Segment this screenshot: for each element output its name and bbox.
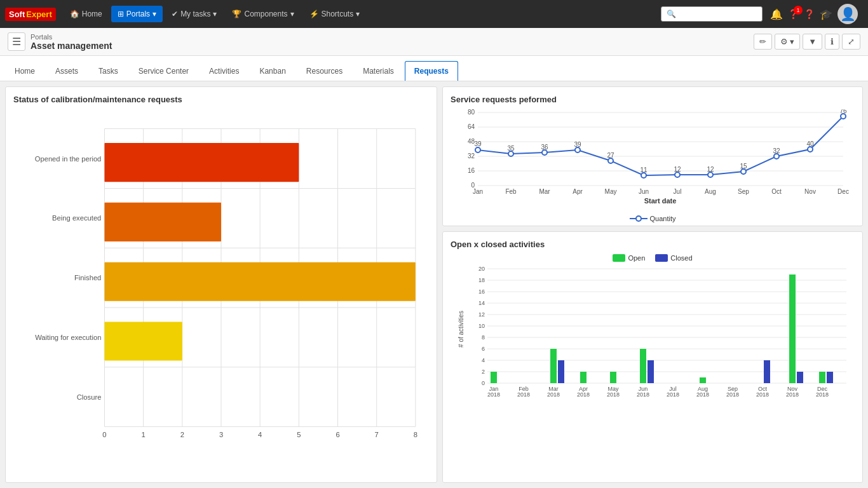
breadcrumb-parent: Portals <box>31 33 112 41</box>
tab-materials[interactable]: Materials <box>353 61 403 81</box>
svg-text:Mar: Mar <box>539 188 550 195</box>
alert-badge: 1 <box>794 6 803 15</box>
breadcrumb-title: Asset management <box>31 41 112 51</box>
svg-rect-113 <box>648 360 654 383</box>
svg-text:Opened in the period: Opened in the period <box>35 155 102 163</box>
filter-button[interactable]: ▼ <box>803 34 822 50</box>
notifications-button[interactable]: 🔔 <box>770 8 783 20</box>
expand-button[interactable]: ⤢ <box>842 34 860 50</box>
svg-text:12: 12 <box>478 311 485 318</box>
svg-text:36: 36 <box>541 144 548 151</box>
svg-text:14: 14 <box>478 300 485 306</box>
svg-text:76: 76 <box>839 109 847 114</box>
svg-text:2: 2 <box>482 369 485 375</box>
edit-button[interactable]: ✏ <box>754 34 772 50</box>
legend-quantity-label: Quantity <box>650 215 676 222</box>
svg-text:32: 32 <box>773 147 780 154</box>
svg-text:Jan: Jan <box>473 188 483 195</box>
svg-text:Nov: Nov <box>804 188 816 195</box>
svg-rect-114 <box>700 377 706 383</box>
user-avatar[interactable]: 👤 <box>837 4 858 24</box>
svg-text:12: 12 <box>707 166 714 173</box>
logo-expert: Expert <box>26 10 51 19</box>
line-chart-legend: Quantity <box>451 214 855 223</box>
nav-shortcuts-label: Shortcuts <box>322 10 354 18</box>
tab-resources[interactable]: Resources <box>297 61 352 81</box>
breadcrumb: Portals Asset management <box>31 33 112 51</box>
svg-text:16: 16 <box>478 288 485 295</box>
svg-text:Finished: Finished <box>74 274 101 281</box>
nav-shortcuts[interactable]: ⚡ Shortcuts ▾ <box>303 6 367 22</box>
grouped-bar-chart-card: Open x closed activities Open Closed .gb… <box>442 231 863 483</box>
search-input[interactable] <box>679 10 757 18</box>
portals-chevron-icon: ▾ <box>153 10 156 18</box>
svg-text:39: 39 <box>474 140 482 147</box>
tab-requests[interactable]: Requests <box>405 61 458 81</box>
alerts-button[interactable]: ❓ 1 <box>788 8 799 20</box>
settings-button[interactable]: ⚙ ▾ <box>775 34 801 50</box>
help-button[interactable]: ❓ <box>804 8 815 20</box>
svg-text:2018: 2018 <box>637 391 649 398</box>
tab-kanban[interactable]: Kanban <box>250 61 295 81</box>
svg-text:2: 2 <box>180 431 184 438</box>
search-box[interactable]: 🔍 <box>661 6 763 22</box>
svg-text:18: 18 <box>478 277 485 283</box>
tab-service-center[interactable]: Service Center <box>129 61 198 81</box>
nav-home[interactable]: 🏠 Home <box>64 6 109 22</box>
svg-text:2018: 2018 <box>756 391 769 398</box>
trophy-icon: 🏆 <box>232 10 241 18</box>
svg-text:6: 6 <box>336 431 339 438</box>
svg-text:2018: 2018 <box>816 391 829 398</box>
info-button[interactable]: ℹ <box>825 34 839 50</box>
svg-rect-119 <box>827 372 833 383</box>
svg-text:2018: 2018 <box>786 391 799 398</box>
svg-point-51 <box>675 172 680 177</box>
graduation-icon[interactable]: 🎓 <box>820 8 832 20</box>
svg-text:20: 20 <box>478 266 485 272</box>
svg-text:2018: 2018 <box>547 391 560 398</box>
svg-rect-118 <box>819 372 825 383</box>
tabs-bar: Home Assets Tasks Service Center Activit… <box>0 56 868 81</box>
legend-open-label: Open <box>628 254 645 262</box>
grouped-bar-title: Open x closed activities <box>451 240 855 249</box>
svg-point-48 <box>575 147 580 152</box>
nav-portals[interactable]: ⊞ Portals ▾ <box>111 6 163 22</box>
grouped-bar-area: .gbc-label { font: 9px Arial; fill: #555… <box>451 266 855 424</box>
nav-components[interactable]: 🏆 Components ▾ <box>226 6 300 22</box>
svg-text:12: 12 <box>674 166 681 173</box>
svg-point-47 <box>542 150 547 155</box>
breadcrumb-actions: ✏ ⚙ ▾ ▼ ℹ ⤢ <box>754 34 861 50</box>
svg-text:Feb: Feb <box>505 188 517 195</box>
svg-text:2018: 2018 <box>607 391 620 398</box>
svg-text:2018: 2018 <box>487 391 500 398</box>
svg-text:Jun: Jun <box>639 188 649 195</box>
tab-assets[interactable]: Assets <box>46 61 88 81</box>
svg-text:Apr: Apr <box>573 188 583 195</box>
legend-closed-color <box>655 254 668 262</box>
tab-tasks[interactable]: Tasks <box>89 61 128 81</box>
svg-text:39: 39 <box>574 141 581 148</box>
svg-text:10: 10 <box>478 323 485 329</box>
tab-home[interactable]: Home <box>5 61 44 81</box>
svg-text:6: 6 <box>482 346 485 352</box>
sidebar-toggle-button[interactable]: ☰ <box>8 32 25 51</box>
tab-activities[interactable]: Activities <box>200 61 248 81</box>
avatar-person-icon: 👤 <box>840 6 856 22</box>
svg-rect-22 <box>104 262 415 301</box>
nav-icon-area: 🔔 ❓ 1 ❓ 🎓 👤 <box>765 4 863 24</box>
grouped-bar-svg: .gbc-label { font: 9px Arial; fill: #555… <box>451 266 855 412</box>
mytasks-chevron-icon: ▾ <box>213 10 217 18</box>
svg-point-55 <box>808 147 813 152</box>
nav-portals-label: Portals <box>126 10 150 18</box>
svg-point-45 <box>475 147 480 152</box>
legend-closed-label: Closed <box>670 254 692 262</box>
svg-text:16: 16 <box>468 167 475 174</box>
svg-text:35: 35 <box>507 145 515 152</box>
svg-point-56 <box>841 114 846 119</box>
top-navigation: SoftExpert 🏠 Home ⊞ Portals ▾ ✔ My tasks… <box>0 0 868 28</box>
left-chart-title: Status of calibration/maintenance reques… <box>13 95 429 104</box>
svg-rect-109 <box>558 360 564 383</box>
svg-text:3: 3 <box>219 431 223 438</box>
svg-text:Waiting for execution: Waiting for execution <box>35 334 101 341</box>
nav-mytasks[interactable]: ✔ My tasks ▾ <box>165 6 223 22</box>
